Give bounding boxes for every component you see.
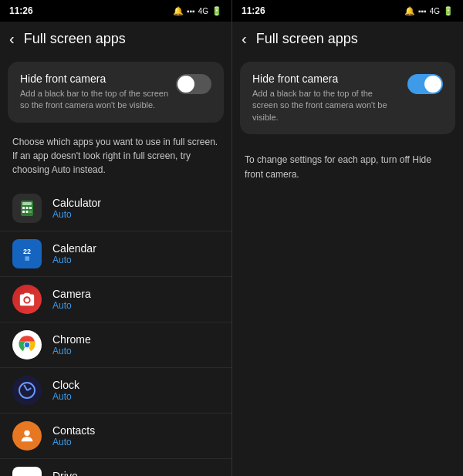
notification-icon: 🔔: [173, 6, 184, 16]
battery-icon-right: 🔋: [443, 6, 454, 16]
wifi-icon-right: 4G: [430, 7, 440, 15]
status-bar-left: 11:26 🔔 ▪▪▪ 4G 🔋: [0, 0, 231, 22]
app-status-calculator: Auto: [52, 209, 219, 220]
hide-camera-text-left: Hide front camera Add a black bar to the…: [20, 73, 168, 112]
svg-point-8: [25, 298, 29, 302]
back-button-left[interactable]: ‹: [9, 30, 15, 48]
hide-camera-title-left: Hide front camera: [20, 73, 168, 85]
hide-camera-toggle-left[interactable]: [176, 74, 211, 94]
app-icon-camera: [12, 285, 42, 314]
app-icon-drive: [12, 467, 42, 476]
hide-camera-card-left: Hide front camera Add a black bar to the…: [8, 62, 224, 123]
toggle-knob-left: [177, 76, 194, 93]
list-item[interactable]: Calculator Auto: [0, 186, 231, 231]
camera-icon: [19, 291, 35, 308]
svg-rect-7: [29, 211, 32, 213]
app-name-drive: Drive: [52, 470, 219, 476]
page-title-right: Full screen apps: [256, 31, 358, 47]
clock-face-icon: [19, 382, 35, 399]
toggle-knob-right: [424, 76, 441, 93]
app-name-chrome: Chrome: [52, 333, 219, 346]
back-button-right[interactable]: ‹: [242, 30, 247, 48]
app-status-camera: Auto: [52, 300, 219, 311]
app-icon-calendar: 22 ▦: [12, 239, 42, 268]
svg-rect-2: [22, 207, 25, 209]
status-icons-right: 🔔 ▪▪▪ 4G 🔋: [404, 6, 454, 16]
list-item[interactable]: Clock Auto: [0, 368, 231, 414]
calendar-month-icon: ▦: [25, 255, 30, 262]
list-item[interactable]: Drive Auto: [0, 459, 231, 476]
list-item[interactable]: Chrome Auto: [0, 322, 231, 368]
app-info-drive: Drive Auto: [52, 470, 219, 476]
svg-rect-5: [22, 211, 25, 213]
app-icon-clock: [12, 376, 42, 405]
svg-point-11: [25, 343, 30, 348]
app-status-calendar: Auto: [52, 255, 219, 265]
app-name-contacts: Contacts: [52, 424, 219, 437]
calendar-icon: 22: [23, 248, 31, 255]
list-item[interactable]: Contacts Auto: [0, 414, 231, 459]
app-info-clock: Clock Auto: [52, 379, 219, 402]
status-bar-right: 11:26 🔔 ▪▪▪ 4G 🔋: [232, 0, 463, 22]
app-status-clock: Auto: [52, 391, 219, 402]
svg-rect-4: [29, 207, 32, 209]
app-info-camera: Camera Auto: [52, 288, 219, 311]
hide-camera-desc-right: Add a black bar to the top of the screen…: [252, 88, 400, 123]
app-info-chrome: Chrome Auto: [52, 333, 219, 356]
app-list: Calculator Auto 22 ▦ Calendar Auto: [0, 186, 231, 476]
status-time-left: 11:26: [9, 5, 33, 16]
svg-rect-6: [26, 211, 29, 213]
app-status-chrome: Auto: [52, 346, 219, 356]
hide-camera-desc-left: Add a black bar to the top of the screen…: [20, 88, 168, 112]
status-icons-left: 🔔 ▪▪▪ 4G 🔋: [173, 6, 222, 16]
hide-camera-text-right: Hide front camera Add a black bar to the…: [252, 73, 400, 123]
nav-bar-right: ‹ Full screen apps: [232, 22, 463, 56]
app-info-calendar: Calendar Auto: [52, 242, 219, 265]
notification-icon-right: 🔔: [404, 6, 415, 16]
info-text-right: To change settings for each app, turn of…: [232, 140, 463, 194]
hide-camera-card-right: Hide front camera Add a black bar to the…: [240, 62, 455, 134]
right-panel: 11:26 🔔 ▪▪▪ 4G 🔋 ‹ Full screen apps Hide…: [231, 0, 463, 476]
svg-rect-3: [26, 207, 29, 209]
app-status-contacts: Auto: [52, 437, 219, 447]
status-time-right: 11:26: [242, 5, 265, 16]
app-icon-chrome: [12, 330, 42, 360]
app-name-calculator: Calculator: [52, 197, 219, 209]
app-icon-contacts: [12, 421, 42, 451]
choose-apps-text: Choose which apps you want to use in ful…: [0, 129, 231, 186]
app-info-contacts: Contacts Auto: [52, 424, 219, 447]
clock-minute-hand-icon: [27, 387, 32, 390]
battery-icon: 🔋: [211, 6, 222, 16]
list-item[interactable]: Camera Auto: [0, 277, 231, 322]
app-info-calculator: Calculator Auto: [52, 197, 219, 220]
app-name-calendar: Calendar: [52, 242, 219, 255]
signal-icon: ▪▪▪: [187, 7, 195, 15]
left-panel: 11:26 🔔 ▪▪▪ 4G 🔋 ‹ Full screen apps Hide…: [0, 0, 231, 476]
calculator-icon: [18, 199, 36, 218]
list-item[interactable]: 22 ▦ Calendar Auto: [0, 231, 231, 277]
wifi-icon: 4G: [198, 7, 208, 15]
chrome-icon: [17, 335, 37, 355]
nav-bar-left: ‹ Full screen apps: [0, 22, 231, 56]
app-icon-calculator: [12, 194, 42, 223]
signal-icon-right: ▪▪▪: [418, 7, 427, 15]
contacts-icon: [19, 427, 35, 444]
svg-point-12: [24, 430, 29, 435]
drive-icon: [18, 472, 36, 476]
page-title-left: Full screen apps: [24, 31, 126, 47]
hide-camera-toggle-right[interactable]: [407, 74, 443, 94]
app-name-camera: Camera: [52, 288, 219, 300]
svg-rect-1: [22, 202, 32, 205]
app-name-clock: Clock: [52, 379, 219, 391]
hide-camera-title-right: Hide front camera: [252, 73, 400, 85]
